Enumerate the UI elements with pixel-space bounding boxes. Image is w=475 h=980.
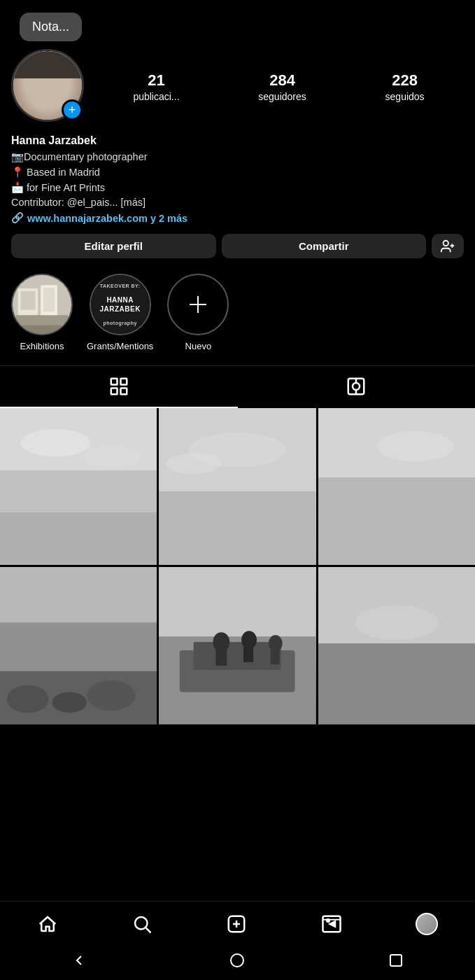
svg-point-41 xyxy=(87,680,135,711)
tab-tagged[interactable] xyxy=(238,366,476,408)
tooltip-text: Nota... xyxy=(32,20,69,34)
edit-profile-button[interactable]: Editar perfil xyxy=(11,234,216,258)
exhibitions-thumbnail xyxy=(13,275,71,334)
highlight-grants-label: Grants/Mentions xyxy=(87,341,153,351)
followers-label: seguidores xyxy=(258,91,306,102)
highlight-exhibitions-circle xyxy=(11,274,73,335)
grid-icon xyxy=(108,376,129,397)
followers-stat[interactable]: 284 seguidores xyxy=(258,71,306,102)
avatar[interactable]: + xyxy=(11,49,87,125)
following-count: 228 xyxy=(392,71,418,90)
highlight-exhibitions[interactable]: Exhibitions xyxy=(11,274,73,351)
svg-rect-37 xyxy=(0,623,157,671)
following-stat[interactable]: 228 seguidos xyxy=(385,71,425,102)
bio-line-4: Contributor: @el_pais... [más] xyxy=(11,195,464,211)
posts-count: 21 xyxy=(148,71,164,90)
svg-point-49 xyxy=(241,631,257,650)
svg-rect-12 xyxy=(111,379,118,385)
svg-rect-14 xyxy=(111,388,118,395)
svg-rect-48 xyxy=(216,649,227,666)
bio-link[interactable]: 🔗 www.hannajarzabek.com y 2 más xyxy=(11,212,464,224)
grants-text-spacer2 xyxy=(119,314,120,320)
photo-cell-1[interactable] xyxy=(0,408,157,565)
bio-line-1: 📷Documentary photographer xyxy=(11,150,464,165)
tab-grid[interactable] xyxy=(0,366,238,408)
svg-rect-43 xyxy=(159,567,316,636)
nav-profile-button[interactable] xyxy=(413,910,441,938)
grants-text-name1: HANNA xyxy=(106,295,134,304)
grants-thumbnail: TAKEOVER BY: HANNA JARZABEK photography xyxy=(91,275,150,334)
android-recents-button[interactable] xyxy=(388,952,404,969)
link-icon: 🔗 xyxy=(11,212,24,224)
nav-add-button[interactable] xyxy=(223,911,250,937)
svg-rect-15 xyxy=(120,388,127,395)
svg-rect-66 xyxy=(390,955,402,966)
highlight-grants-circle: TAKEOVER BY: HANNA JARZABEK photography xyxy=(90,274,151,335)
svg-point-34 xyxy=(377,431,453,462)
highlight-grants[interactable]: TAKEOVER BY: HANNA JARZABEK photography … xyxy=(87,274,153,351)
tooltip-nota: Nota... xyxy=(20,13,82,41)
photo-cell-4[interactable] xyxy=(0,567,157,724)
android-back-button[interactable] xyxy=(71,952,87,969)
nav-icons-row xyxy=(0,902,475,944)
svg-rect-28 xyxy=(159,491,316,565)
share-profile-button[interactable]: Compartir xyxy=(222,234,427,258)
recents-icon xyxy=(388,952,404,969)
stats-row: 21 publicaci... 284 seguidores 228 segui… xyxy=(87,71,464,102)
highlight-new[interactable]: Nuevo xyxy=(167,274,229,351)
svg-point-40 xyxy=(52,692,87,713)
svg-point-65 xyxy=(231,954,243,967)
svg-rect-55 xyxy=(318,644,475,724)
svg-rect-13 xyxy=(120,379,127,385)
add-person-button[interactable] xyxy=(432,234,464,258)
nav-search-button[interactable] xyxy=(129,911,155,937)
photo-cell-2[interactable] xyxy=(159,408,316,565)
highlights-row: Exhibitions TAKEOVER BY: HANNA JARZABEK … xyxy=(0,274,475,365)
svg-rect-22 xyxy=(0,470,157,512)
grants-text-photo: photography xyxy=(104,320,137,326)
display-name: Hanna Jarzabek xyxy=(11,134,464,147)
android-home-button[interactable] xyxy=(229,952,246,969)
following-label: seguidos xyxy=(385,91,425,102)
svg-point-56 xyxy=(355,606,438,640)
nav-home-button[interactable] xyxy=(34,911,61,937)
svg-rect-33 xyxy=(318,477,475,565)
highlight-new-label: Nuevo xyxy=(185,341,212,351)
photo-5-art xyxy=(159,567,316,724)
svg-point-57 xyxy=(135,917,148,930)
svg-rect-50 xyxy=(243,647,253,662)
photo-2-art xyxy=(159,408,316,565)
followers-count: 284 xyxy=(269,71,295,90)
svg-point-30 xyxy=(166,454,221,475)
svg-rect-52 xyxy=(271,650,280,664)
highlight-exhibitions-label: Exhibitions xyxy=(20,341,64,351)
photo-6-art xyxy=(318,567,475,724)
bio-line-3: 📩 for Fine Art Prints xyxy=(11,181,464,196)
svg-point-25 xyxy=(83,447,139,468)
grid-spacer xyxy=(0,724,475,808)
nav-profile-avatar xyxy=(416,913,438,935)
photo-grid xyxy=(0,408,475,724)
bio-line-2: 📍 Based in Madrid xyxy=(11,165,464,181)
profile-top-row: + 21 publicaci... 284 seguidores 228 seg… xyxy=(11,49,464,125)
add-icon xyxy=(226,913,247,934)
svg-rect-9 xyxy=(13,326,71,334)
svg-rect-23 xyxy=(0,512,157,565)
photo-cell-5[interactable] xyxy=(159,567,316,724)
nav-reels-button[interactable] xyxy=(318,911,345,937)
photo-cell-6[interactable] xyxy=(318,567,475,724)
highlight-new-circle xyxy=(167,274,229,335)
photo-cell-3[interactable] xyxy=(318,408,475,565)
svg-rect-7 xyxy=(43,288,55,312)
add-story-button[interactable]: + xyxy=(62,99,83,120)
svg-point-47 xyxy=(213,633,230,652)
tagged-icon xyxy=(346,376,367,397)
avatar-hair xyxy=(13,51,82,78)
svg-rect-46 xyxy=(194,643,281,671)
posts-label: publicaci... xyxy=(133,91,179,102)
link-url: www.hannajarzabek.com y 2 más xyxy=(27,213,187,224)
action-buttons: Editar perfil Compartir xyxy=(0,234,475,258)
posts-stat[interactable]: 21 publicaci... xyxy=(133,71,179,102)
grants-text-spacer xyxy=(119,289,120,295)
svg-point-24 xyxy=(21,429,90,457)
